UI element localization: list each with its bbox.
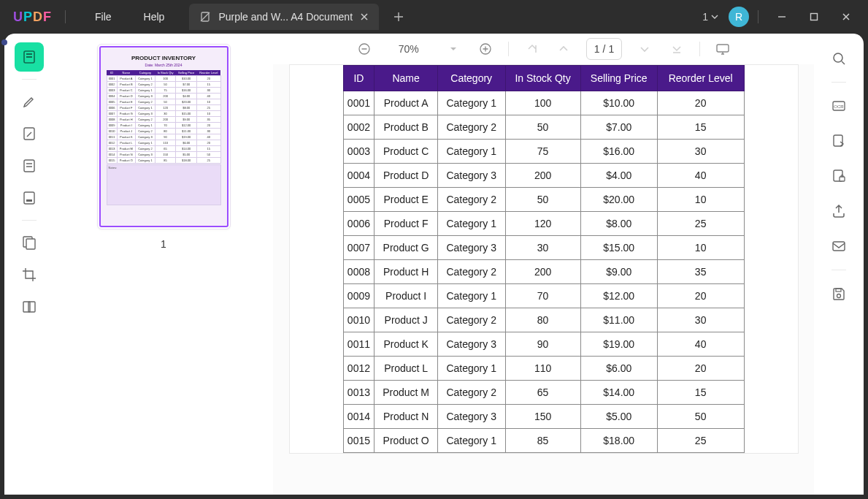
svg-rect-32 xyxy=(833,242,845,251)
table-row: 0015Product OCategory 185$18.0025 xyxy=(343,429,744,453)
table-cell: 0003 xyxy=(343,140,375,164)
redact-tool[interactable] xyxy=(15,183,44,213)
page-indicator[interactable]: 1 / 1 xyxy=(586,38,622,60)
left-tool-rail xyxy=(4,34,54,495)
thumb-doc-subtitle: Date: March 25th 2024 xyxy=(145,63,183,67)
inventory-table: IDNameCategoryIn Stock QtySelling PriceR… xyxy=(343,65,745,453)
page-current: 1 xyxy=(594,43,600,55)
window-count-value: 1 xyxy=(702,11,708,23)
ocr-button[interactable]: OCR xyxy=(824,91,853,121)
table-row: 0007Product GCategory 330$15.0010 xyxy=(343,236,744,260)
thumbnails-panel-button[interactable] xyxy=(15,42,44,72)
table-cell: Category 1 xyxy=(437,140,505,164)
titlebar-right: 1 R xyxy=(702,6,868,28)
document-scroll[interactable]: IDNameCategoryIn Stock QtySelling PriceR… xyxy=(273,64,814,495)
table-cell: 150 xyxy=(505,405,580,429)
table-cell: Product O xyxy=(375,429,437,453)
table-row: 0005Product ECategory 250$20.0010 xyxy=(343,188,744,212)
share-button[interactable] xyxy=(824,197,853,226)
table-cell: 80 xyxy=(505,308,580,332)
table-header: Reorder Level xyxy=(657,66,744,91)
table-cell: Product G xyxy=(375,236,437,260)
table-cell: $12.00 xyxy=(580,284,657,308)
table-cell: 15 xyxy=(657,115,744,140)
table-cell: 90 xyxy=(505,332,580,357)
table-cell: 40 xyxy=(657,332,744,357)
first-page-button[interactable] xyxy=(522,39,541,58)
table-cell: Category 3 xyxy=(437,405,505,429)
table-cell: 200 xyxy=(505,164,580,188)
search-button[interactable] xyxy=(824,44,853,73)
table-cell: 0010 xyxy=(343,308,375,332)
separator xyxy=(22,79,37,80)
table-cell: Product H xyxy=(375,260,437,284)
next-page-button[interactable] xyxy=(635,39,654,58)
table-row: 0001Product ACategory 1100$10.0020 xyxy=(343,91,744,115)
zoom-level[interactable]: 70% xyxy=(387,43,431,55)
user-avatar[interactable]: R xyxy=(729,7,749,27)
zoom-dropdown[interactable] xyxy=(444,39,463,58)
zoom-in-button[interactable] xyxy=(476,39,495,58)
svg-point-25 xyxy=(834,53,842,62)
table-row: 0008Product HCategory 2200$9.0035 xyxy=(343,260,744,284)
table-header: Category xyxy=(437,66,505,91)
convert-button[interactable] xyxy=(824,126,853,156)
highlight-tool[interactable] xyxy=(15,87,44,116)
document-viewport: IDNameCategoryIn Stock QtySelling PriceR… xyxy=(273,64,814,495)
zoom-out-button[interactable] xyxy=(355,39,374,58)
table-cell: $18.00 xyxy=(580,429,657,453)
table-cell: 50 xyxy=(505,115,580,140)
last-page-button[interactable] xyxy=(667,39,686,58)
table-cell: Category 3 xyxy=(437,164,505,188)
table-cell: Product L xyxy=(375,357,437,381)
tab-close-button[interactable] xyxy=(360,12,369,21)
window-minimize-button[interactable] xyxy=(767,6,796,28)
window-count[interactable]: 1 xyxy=(702,11,718,23)
table-cell: Product D xyxy=(375,164,437,188)
table-cell: 20 xyxy=(657,284,744,308)
window-close-button[interactable] xyxy=(831,6,861,28)
page-thumbnail[interactable]: PRODUCT INVENTORY Date: March 25th 2024 … xyxy=(97,44,231,229)
table-cell: 120 xyxy=(505,212,580,236)
table-cell: 0006 xyxy=(343,212,375,236)
table-cell: 0013 xyxy=(343,381,375,405)
separator xyxy=(508,42,509,56)
title-bar: UPDF File Help Purple and W... A4 Docume… xyxy=(0,0,868,34)
organize-pages-tool[interactable] xyxy=(15,228,44,257)
save-button[interactable] xyxy=(824,279,853,308)
table-cell: $11.00 xyxy=(580,308,657,332)
table-cell: $14.00 xyxy=(580,381,657,405)
document-page: IDNameCategoryIn Stock QtySelling PriceR… xyxy=(289,64,799,454)
separator xyxy=(22,220,37,221)
svg-rect-12 xyxy=(26,199,32,202)
protect-button[interactable] xyxy=(824,161,853,191)
menu-help[interactable]: Help xyxy=(128,11,181,23)
table-cell: 0002 xyxy=(343,115,375,140)
crop-tool[interactable] xyxy=(15,260,44,289)
table-cell: Category 1 xyxy=(437,284,505,308)
panel-collapse-handle[interactable] xyxy=(1,39,7,45)
table-row: 0006Product FCategory 1120$8.0025 xyxy=(343,212,744,236)
table-cell: 30 xyxy=(657,308,744,332)
table-cell: Product M xyxy=(375,381,437,405)
app-logo: UPDF xyxy=(13,9,52,25)
form-tool[interactable] xyxy=(15,151,44,180)
table-cell: $20.00 xyxy=(580,188,657,212)
table-cell: 0004 xyxy=(343,164,375,188)
menu-file[interactable]: File xyxy=(79,11,128,23)
new-tab-button[interactable] xyxy=(393,12,404,22)
email-button[interactable] xyxy=(824,232,853,261)
table-row: 0014Product NCategory 3150$5.0050 xyxy=(343,405,744,429)
svg-point-34 xyxy=(837,294,841,298)
edit-text-tool[interactable] xyxy=(15,119,44,148)
table-cell: Product E xyxy=(375,188,437,212)
window-maximize-button[interactable] xyxy=(799,6,829,28)
compare-tool[interactable] xyxy=(15,292,44,321)
presentation-mode-button[interactable] xyxy=(713,39,732,58)
table-cell: Category 1 xyxy=(437,429,505,453)
svg-rect-5 xyxy=(26,53,32,55)
document-tab[interactable]: Purple and W... A4 Document xyxy=(189,4,379,30)
table-cell: 110 xyxy=(505,357,580,381)
table-cell: 20 xyxy=(657,357,744,381)
previous-page-button[interactable] xyxy=(554,39,573,58)
